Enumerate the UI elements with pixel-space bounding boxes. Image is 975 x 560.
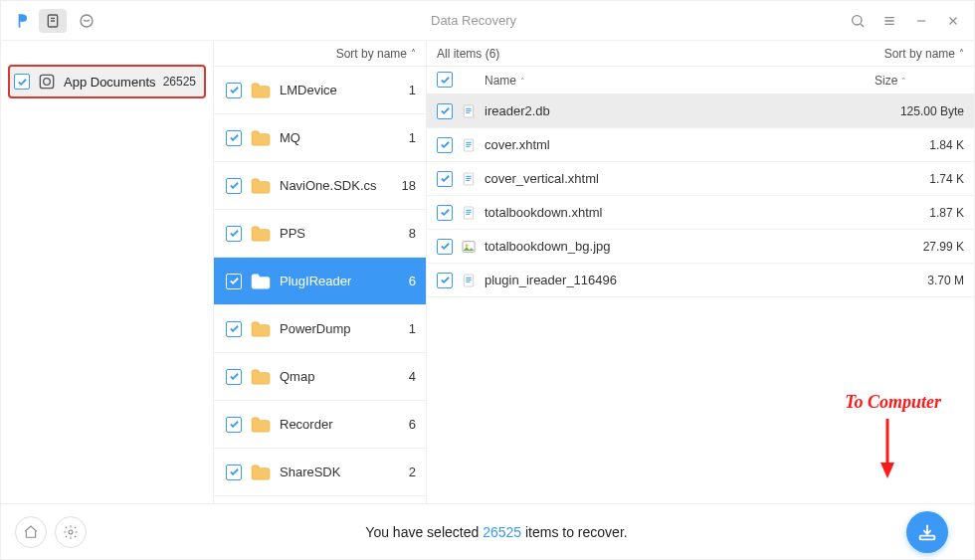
window-title: Data Recovery bbox=[100, 13, 847, 28]
menu-icon[interactable] bbox=[878, 10, 900, 32]
folder-name: PowerDump bbox=[280, 321, 392, 336]
folder-row[interactable]: Qmap 4 bbox=[214, 353, 426, 401]
file-type-icon bbox=[457, 205, 481, 221]
checkbox-icon[interactable] bbox=[226, 83, 242, 98]
checkbox-icon[interactable] bbox=[226, 226, 242, 242]
checkbox-icon[interactable] bbox=[226, 369, 242, 385]
home-button[interactable] bbox=[15, 516, 47, 548]
file-sort-label[interactable]: Sort by name bbox=[884, 47, 955, 61]
folder-count: 6 bbox=[392, 417, 416, 432]
svg-point-22 bbox=[466, 244, 469, 247]
checkbox-icon[interactable] bbox=[437, 239, 453, 255]
svg-point-4 bbox=[44, 79, 51, 86]
titlebar-left bbox=[11, 9, 100, 33]
file-row[interactable]: totalbookdown.xhtml 1.87 K bbox=[427, 196, 974, 230]
file-row[interactable]: cover_vertical.xhtml 1.74 K bbox=[427, 162, 974, 196]
checkbox-icon[interactable] bbox=[226, 274, 242, 289]
folder-row[interactable]: PlugIReader 6 bbox=[214, 258, 426, 305]
svg-point-27 bbox=[69, 530, 73, 534]
folder-row[interactable]: Recorder 6 bbox=[214, 401, 426, 449]
file-header: All items (6) Sort by name ˄ bbox=[427, 41, 974, 67]
file-size: 1.74 K bbox=[875, 172, 964, 186]
column-size-header[interactable]: Size˄ bbox=[875, 74, 964, 88]
chevron-up-icon: ˄ bbox=[901, 77, 906, 87]
folder-icon bbox=[250, 225, 272, 243]
folder-count: 1 bbox=[392, 83, 416, 97]
file-type-icon bbox=[457, 137, 481, 153]
folder-icon bbox=[250, 129, 272, 147]
titlebar-right bbox=[847, 10, 964, 32]
folder-row[interactable]: ShareSDK 2 bbox=[214, 449, 426, 496]
folder-name: NaviOne.SDK.cs bbox=[280, 178, 392, 193]
file-type-icon bbox=[457, 103, 481, 119]
sidebar-item-app-documents[interactable]: App Documents 26525 bbox=[8, 65, 206, 98]
svg-rect-5 bbox=[464, 105, 473, 117]
svg-rect-9 bbox=[464, 139, 473, 151]
mode-document-icon[interactable] bbox=[39, 9, 67, 33]
folder-count: 1 bbox=[392, 130, 416, 145]
checkbox-icon[interactable] bbox=[437, 273, 453, 288]
select-all-checkbox[interactable] bbox=[437, 72, 453, 88]
folder-name: Qmap bbox=[280, 369, 392, 384]
folder-list[interactable]: LMDevice 1 MQ 1 NaviOne.SDK.cs 18 PPS 8 … bbox=[214, 67, 426, 503]
file-name: totalbookdown_bg.jpg bbox=[481, 239, 875, 254]
folder-row[interactable]: PPS 8 bbox=[214, 210, 426, 258]
sidebar-item-label: App Documents bbox=[64, 75, 163, 90]
checkbox-icon[interactable] bbox=[226, 130, 242, 146]
checkbox-icon[interactable] bbox=[14, 74, 30, 90]
checkbox-icon[interactable] bbox=[226, 417, 242, 433]
folder-icon bbox=[250, 320, 272, 338]
file-name: cover_vertical.xhtml bbox=[481, 171, 875, 186]
export-to-computer-button[interactable] bbox=[906, 511, 948, 553]
folder-icon bbox=[250, 416, 272, 434]
file-size: 1.87 K bbox=[875, 206, 964, 220]
checkbox-icon[interactable] bbox=[437, 103, 453, 119]
folder-row[interactable]: NaviOne.SDK.cs 18 bbox=[214, 162, 426, 210]
file-column-header: Name˄ Size˄ bbox=[427, 67, 974, 94]
folder-row[interactable]: PowerDump 1 bbox=[214, 305, 426, 353]
folder-icon bbox=[250, 177, 272, 195]
folder-name: ShareSDK bbox=[280, 465, 392, 479]
file-name: totalbookdown.xhtml bbox=[481, 205, 875, 220]
footer-left bbox=[15, 516, 87, 548]
folder-name: Recorder bbox=[280, 417, 392, 432]
folder-row[interactable]: LMDevice 1 bbox=[214, 67, 426, 114]
file-row[interactable]: ireader2.db 125.00 Byte bbox=[427, 94, 974, 128]
chevron-up-icon: ˄ bbox=[520, 77, 525, 87]
settings-button[interactable] bbox=[55, 516, 87, 548]
folder-icon bbox=[250, 82, 272, 99]
file-type-icon bbox=[457, 239, 481, 255]
file-row[interactable]: cover.xhtml 1.84 K bbox=[427, 128, 974, 162]
chevron-up-icon: ˄ bbox=[959, 48, 964, 59]
footer-suffix: items to recover. bbox=[521, 524, 628, 540]
checkbox-icon[interactable] bbox=[226, 465, 242, 480]
items-count-label: All items (6) bbox=[437, 47, 884, 61]
folder-sort-header[interactable]: Sort by name ˄ bbox=[214, 41, 426, 67]
file-row[interactable]: plugin_ireader_116496 3.70 M bbox=[427, 264, 974, 297]
checkbox-icon[interactable] bbox=[437, 137, 453, 153]
checkbox-icon[interactable] bbox=[437, 205, 453, 221]
file-size: 125.00 Byte bbox=[875, 104, 964, 118]
app-logo-icon bbox=[11, 10, 33, 32]
file-size: 1.84 K bbox=[875, 138, 964, 152]
close-icon[interactable] bbox=[942, 10, 964, 32]
search-icon[interactable] bbox=[847, 10, 869, 32]
folder-name: PlugIReader bbox=[280, 274, 392, 288]
folder-row[interactable]: MQ 1 bbox=[214, 114, 426, 162]
file-row[interactable]: totalbookdown_bg.jpg 27.99 K bbox=[427, 230, 974, 264]
file-list[interactable]: ireader2.db 125.00 Byte cover.xhtml 1.84… bbox=[427, 94, 974, 503]
folder-count: 4 bbox=[392, 369, 416, 384]
checkbox-icon[interactable] bbox=[437, 171, 453, 187]
checkbox-icon[interactable] bbox=[226, 178, 242, 194]
file-type-icon bbox=[457, 273, 481, 288]
sidebar: App Documents 26525 bbox=[1, 41, 213, 503]
checkbox-icon[interactable] bbox=[226, 321, 242, 337]
folder-icon bbox=[250, 273, 272, 290]
column-name-header[interactable]: Name˄ bbox=[481, 74, 875, 88]
minimize-icon[interactable] bbox=[910, 10, 932, 32]
file-name: plugin_ireader_116496 bbox=[481, 273, 875, 287]
folder-icon bbox=[250, 368, 272, 386]
mode-chat-icon[interactable] bbox=[73, 9, 100, 33]
footer-status: You have selected 26525 items to recover… bbox=[87, 524, 906, 540]
folder-count: 2 bbox=[392, 465, 416, 479]
